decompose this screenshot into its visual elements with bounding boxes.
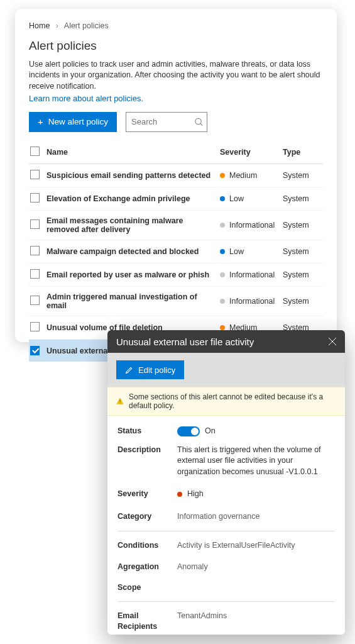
row-checkbox[interactable] — [30, 346, 40, 355]
status-toggle[interactable] — [177, 426, 200, 436]
table-row[interactable]: Elevation of Exchange admin privilegeLow… — [29, 187, 323, 211]
panel-header: Unusual external user file activity — [107, 330, 345, 353]
section-divider — [117, 601, 335, 602]
description-label: Description — [117, 445, 171, 455]
severity-dot-icon — [177, 492, 182, 497]
edit-policy-label: Edit policy — [138, 365, 175, 375]
breadcrumb-current: Alert policies — [64, 21, 109, 30]
table-row[interactable]: Email reported by user as malware or phi… — [29, 264, 323, 287]
table-header: Name Severity Type — [29, 141, 323, 164]
alert-policies-card: Home Alert policies Alert policies Use a… — [15, 9, 337, 342]
row-checkbox[interactable] — [30, 296, 40, 305]
col-name[interactable]: Name — [46, 148, 220, 157]
row-checkbox[interactable] — [30, 246, 40, 255]
table-row[interactable]: Malware campaign detected and blockedLow… — [29, 240, 323, 264]
table-row[interactable]: Suspicious email sending patterns detect… — [29, 164, 323, 187]
policy-name[interactable]: Elevation of Exchange admin privilege — [46, 194, 220, 203]
search-icon — [194, 117, 204, 126]
policy-severity: Medium — [220, 171, 283, 180]
svg-line-1 — [200, 123, 202, 125]
actions-row: + New alert policy — [29, 112, 323, 132]
field-scope: Scope — [117, 576, 335, 596]
policy-name[interactable]: Email reported by user as malware or phi… — [46, 270, 220, 279]
severity-dot-icon — [220, 249, 225, 254]
severity-value: High — [187, 489, 204, 500]
description-value: This alert is triggered when the volume … — [177, 445, 335, 478]
panel-warning: Some sections of this alert cannot be ed… — [107, 387, 345, 416]
new-policy-label: New alert policy — [48, 117, 108, 126]
panel-title: Unusual external user file activity — [116, 336, 254, 347]
severity-dot-icon — [220, 272, 225, 277]
row-checkbox[interactable] — [30, 269, 40, 279]
severity-dot-icon — [220, 196, 225, 201]
status-value: On — [205, 426, 216, 437]
warning-text: Some sections of this alert cannot be ed… — [129, 392, 336, 410]
policy-severity: Low — [220, 194, 283, 203]
recipients-value: TenantAdmins — [177, 611, 335, 622]
severity-dot-icon — [220, 325, 225, 330]
severity-dot-icon — [220, 299, 225, 304]
conditions-value: Activity is ExternalUserFileActivity — [177, 540, 335, 552]
policy-severity: Informational — [220, 297, 283, 306]
policy-severity: Low — [220, 247, 283, 256]
panel-toolbar: Edit policy — [107, 353, 345, 387]
new-alert-policy-button[interactable]: + New alert policy — [29, 112, 117, 132]
learn-more-link[interactable]: Learn more about alert policies. — [29, 94, 143, 103]
row-checkbox[interactable] — [30, 193, 40, 203]
policy-type: System — [283, 171, 322, 180]
scope-label: Scope — [117, 582, 171, 592]
policy-name[interactable]: Malware campaign detected and blocked — [46, 247, 220, 256]
svg-rect-4 — [119, 400, 120, 402]
field-aggregation: Agregation Anomaly — [117, 555, 335, 577]
col-severity[interactable]: Severity — [220, 148, 283, 157]
intro-text: Use alert policies to track user and adm… — [29, 59, 323, 92]
row-checkbox[interactable] — [30, 219, 40, 229]
table-row[interactable]: Email messages containing malware remove… — [29, 211, 323, 240]
row-checkbox[interactable] — [30, 170, 40, 179]
svg-rect-5 — [119, 402, 120, 403]
recipients-label: Email Recipients — [117, 611, 171, 631]
severity-label: Severity — [117, 489, 171, 499]
select-all-checkbox[interactable] — [30, 147, 40, 156]
policy-type: System — [283, 297, 322, 306]
pencil-icon — [125, 366, 133, 374]
warning-icon — [116, 397, 124, 406]
field-category: Category Information governance — [117, 504, 335, 526]
field-description: Description This alert is triggered when… — [117, 441, 335, 482]
field-status: Status On — [117, 422, 335, 441]
policy-name[interactable]: Admin triggered manual investigation of … — [46, 292, 220, 310]
policy-name[interactable]: Email messages containing malware remove… — [46, 216, 220, 234]
breadcrumb-home[interactable]: Home — [29, 21, 50, 30]
field-recipients: Email Recipients TenantAdmins — [117, 607, 335, 635]
row-checkbox[interactable] — [30, 322, 40, 331]
policy-type: System — [283, 221, 322, 230]
chevron-right-icon — [52, 21, 62, 30]
aggregation-value: Anomaly — [177, 562, 335, 573]
policy-severity: Informational — [220, 270, 283, 279]
severity-dot-icon — [220, 173, 225, 178]
page-title: Alert policies — [29, 39, 323, 53]
section-divider — [117, 531, 335, 531]
col-type[interactable]: Type — [283, 148, 322, 157]
panel-body: Status On Description This alert is trig… — [107, 416, 345, 635]
category-value: Information governance — [177, 511, 335, 523]
aggregation-label: Agregation — [117, 562, 171, 572]
policy-detail-panel: Unusual external user file activity Edit… — [107, 330, 345, 635]
policy-severity: Informational — [220, 221, 283, 230]
policy-type: System — [283, 270, 322, 279]
severity-dot-icon — [220, 223, 225, 228]
category-label: Category — [117, 511, 171, 521]
field-conditions: Conditions Activity is ExternalUserFileA… — [117, 536, 335, 555]
conditions-label: Conditions — [117, 540, 171, 550]
status-label: Status — [117, 426, 171, 436]
policy-name[interactable]: Suspicious email sending patterns detect… — [46, 171, 220, 180]
close-icon[interactable] — [327, 336, 337, 347]
policy-type: System — [283, 247, 322, 256]
table-row[interactable]: Admin triggered manual investigation of … — [29, 287, 323, 316]
search-box — [126, 112, 207, 132]
edit-policy-button[interactable]: Edit policy — [116, 360, 184, 379]
policy-type: System — [283, 194, 322, 203]
field-severity: Severity High — [117, 481, 335, 504]
breadcrumb: Home Alert policies — [29, 21, 323, 30]
